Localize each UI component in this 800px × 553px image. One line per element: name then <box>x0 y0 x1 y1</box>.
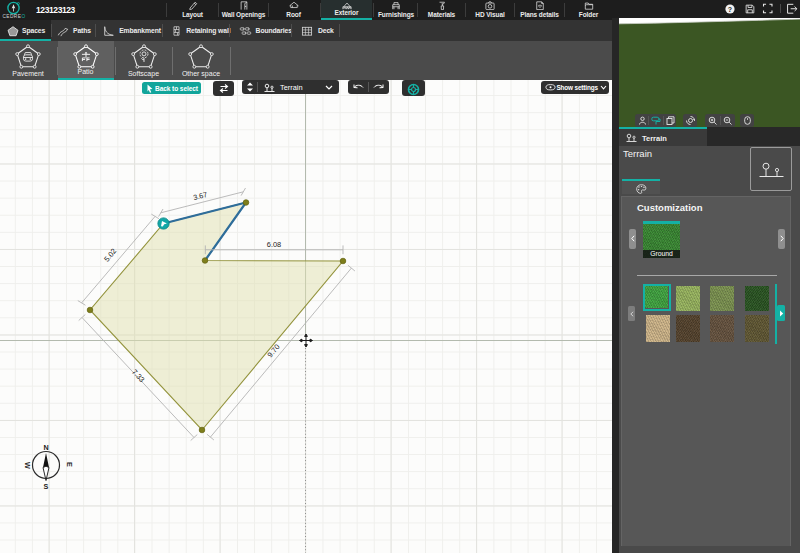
svg-text:E: E <box>65 462 74 467</box>
svg-text:7.33: 7.33 <box>130 368 146 385</box>
svg-text:3.67: 3.67 <box>192 190 208 202</box>
svg-text:5.02: 5.02 <box>102 247 118 264</box>
svg-text:S: S <box>44 482 49 491</box>
svg-text:N: N <box>43 443 48 452</box>
svg-text:W: W <box>23 462 32 469</box>
svg-text:6.08: 6.08 <box>267 240 281 249</box>
svg-text:?: ? <box>728 5 732 12</box>
